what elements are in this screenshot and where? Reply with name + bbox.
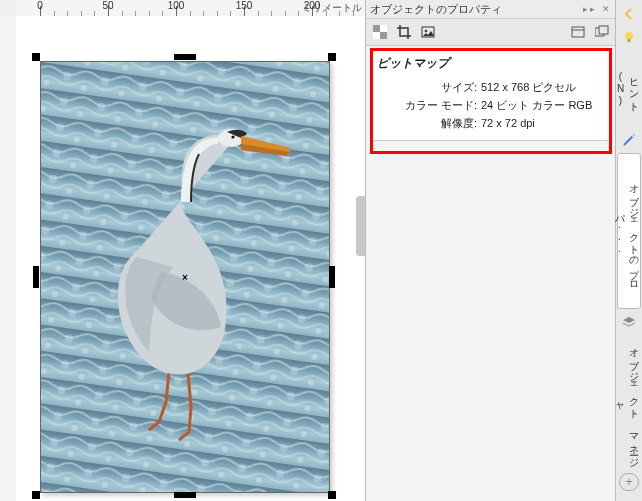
tab-object-properties[interactable]: オブジェクトのプロパ...	[617, 153, 641, 310]
wand-icon	[620, 132, 638, 148]
selection-handle-tl[interactable]	[32, 53, 40, 61]
svg-point-5	[231, 135, 234, 138]
ruler-tick-label: 100	[168, 0, 185, 11]
size-label: サイズ:	[377, 78, 481, 96]
mode-label: カラー モード:	[377, 96, 481, 114]
svg-point-10	[425, 30, 428, 33]
svg-rect-8	[380, 32, 387, 39]
ruler-tick-label: 150	[236, 0, 253, 11]
panel-toolbar	[366, 19, 616, 46]
panel-title-text: オブジェクトのプロパティ	[370, 3, 502, 15]
add-tab-icon[interactable]: +	[619, 473, 639, 491]
image-icon[interactable]	[418, 22, 438, 42]
properties-panel: オブジェクトのプロパティ ▸▸ ✕ ビットマップ サイズ: 512 x 768 …	[365, 0, 616, 501]
vertical-ruler	[0, 16, 17, 501]
selection-handle-t[interactable]	[174, 54, 196, 60]
panel-title-bar[interactable]: オブジェクトのプロパティ ▸▸ ✕	[366, 0, 616, 19]
ruler-tick-label: 200	[304, 0, 321, 11]
tab-hints[interactable]: ヒント(N)	[617, 49, 641, 129]
mode-value: 24 ビット カラー RGB	[481, 96, 605, 114]
res-value: 72 x 72 dpi	[481, 114, 605, 132]
row-size: サイズ: 512 x 768 ピクセル	[377, 78, 605, 96]
lightbulb-icon	[620, 28, 638, 44]
svg-rect-14	[599, 26, 608, 34]
panel-collapse-icon[interactable]: ▸▸ ✕	[583, 0, 612, 18]
transparency-icon[interactable]	[370, 22, 390, 42]
ruler-tick-label: 50	[102, 0, 113, 11]
svg-rect-11	[572, 27, 584, 37]
selection-handle-l[interactable]	[33, 266, 39, 288]
svg-point-15	[625, 32, 633, 40]
layers-icon	[620, 313, 638, 329]
res-label: 解像度:	[377, 114, 481, 132]
size-value: 512 x 768 ピクセル	[481, 78, 605, 96]
selection-handle-r[interactable]	[329, 266, 335, 288]
window-icon[interactable]	[568, 22, 588, 42]
horizontal-ruler: ミリメートル 050100150200	[16, 0, 366, 17]
back-arrow-icon[interactable]	[620, 6, 638, 22]
side-tab-strip: ヒント(N) オブジェクトのプロパ... オブジェクト マネージャ +	[615, 0, 642, 501]
svg-point-17	[632, 135, 634, 137]
double-window-icon[interactable]	[592, 22, 612, 42]
svg-rect-7	[373, 25, 380, 32]
row-resolution: 解像度: 72 x 72 dpi	[377, 114, 605, 132]
panel-content: ビットマップ サイズ: 512 x 768 ピクセル カラー モード: 24 ビ…	[370, 48, 612, 141]
row-color-mode: カラー モード: 24 ビット カラー RGB	[377, 96, 605, 114]
selection-center[interactable]: ×	[180, 272, 190, 282]
canvas-area[interactable]: ×	[16, 16, 366, 501]
tab-object-manager[interactable]: オブジェクト マネージャ	[617, 334, 641, 471]
selection-handle-br[interactable]	[328, 491, 336, 499]
selection-handle-tr[interactable]	[328, 53, 336, 61]
section-heading: ビットマップ	[377, 55, 605, 72]
selection-handle-b[interactable]	[174, 492, 196, 498]
svg-rect-16	[628, 39, 631, 42]
crop-icon[interactable]	[394, 22, 414, 42]
ruler-tick-label: 0	[37, 0, 43, 11]
ruler-corner	[0, 0, 17, 17]
selection-handle-bl[interactable]	[32, 491, 40, 499]
